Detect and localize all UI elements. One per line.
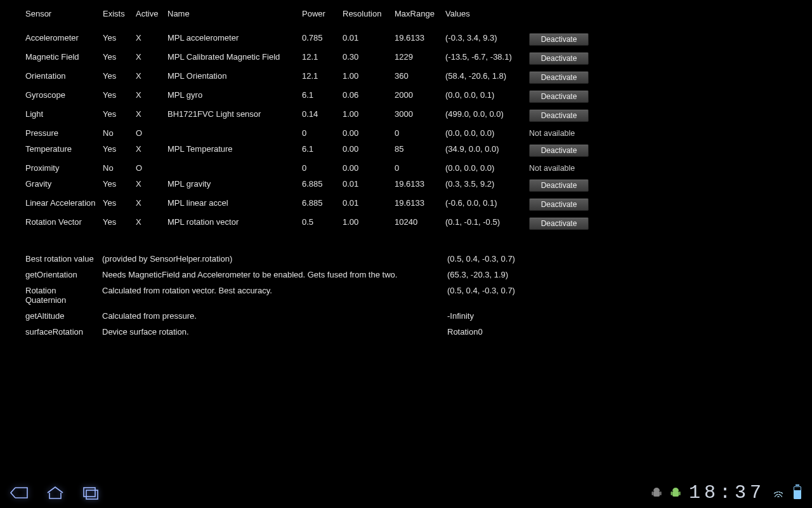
usb-debug-icon <box>651 487 662 498</box>
derived-description: Needs MagneticField and Accelerometer to… <box>102 267 447 283</box>
cell-exists: Yes <box>103 49 136 68</box>
header-values: Values <box>445 6 529 30</box>
derived-value: (65.3, -20.3, 1.9) <box>447 267 560 283</box>
cell-maxrange: 2000 <box>395 87 445 106</box>
header-maxrange: MaxRange <box>395 6 445 30</box>
battery-icon <box>792 487 803 498</box>
svg-rect-0 <box>84 488 95 497</box>
cell-power: 0 <box>302 125 343 141</box>
cell-resolution: 0.00 <box>343 141 395 160</box>
header-power: Power <box>302 6 343 30</box>
derived-value: Rotation0 <box>447 324 560 340</box>
not-available-label: Not available <box>529 164 575 173</box>
cell-sensor: Pressure <box>25 125 103 141</box>
cell-exists: No <box>103 125 136 141</box>
cell-name: BH1721FVC Light sensor <box>167 106 302 125</box>
cell-power: 0.5 <box>302 214 343 233</box>
cell-exists: Yes <box>103 176 136 195</box>
derived-description: Device surface rotation. <box>102 324 447 340</box>
cell-active: X <box>136 49 167 68</box>
svg-rect-3 <box>652 491 653 495</box>
cell-active: O <box>136 125 167 141</box>
cell-resolution: 0.06 <box>343 87 395 106</box>
derived-row: Best rotation value(provided by SensorHe… <box>25 251 560 267</box>
cell-maxrange: 1229 <box>395 49 445 68</box>
back-button[interactable] <box>9 485 30 501</box>
table-row: PressureNoO00.000(0.0, 0.0, 0.0)Not avai… <box>25 125 594 141</box>
cell-exists: Yes <box>103 195 136 214</box>
cell-maxrange: 3000 <box>395 106 445 125</box>
header-name: Name <box>167 6 302 30</box>
derived-row: Rotation QuaternionCalculated from rotat… <box>25 283 560 308</box>
derived-label: Rotation Quaternion <box>25 283 102 308</box>
cell-name: MPL gravity <box>167 176 302 195</box>
cell-exists: Yes <box>103 106 136 125</box>
cell-power: 12.1 <box>302 49 343 68</box>
cell-values: (0.0, 0.0, 0.0) <box>445 125 529 141</box>
cell-active: O <box>136 160 167 176</box>
cell-power: 6.885 <box>302 195 343 214</box>
table-row: GyroscopeYesXMPL gyro6.10.062000(0.0, 0.… <box>25 87 594 106</box>
cell-sensor: Rotation Vector <box>25 214 103 233</box>
status-clock[interactable]: 18:37 <box>689 482 765 504</box>
cell-name: MPL linear accel <box>167 195 302 214</box>
recent-apps-button[interactable] <box>80 485 102 501</box>
header-sensor: Sensor <box>25 6 103 30</box>
svg-rect-5 <box>672 491 679 497</box>
table-header-row: Sensor Exists Active Name Power Resoluti… <box>25 6 594 30</box>
cell-name: MPL Orientation <box>167 68 302 87</box>
deactivate-button[interactable]: Deactivate <box>529 179 589 192</box>
derived-table: Best rotation value(provided by SensorHe… <box>25 251 560 340</box>
cell-values: (0.1, -0.1, -0.5) <box>445 214 529 233</box>
cell-resolution: 0.30 <box>343 49 395 68</box>
sensor-table: Sensor Exists Active Name Power Resoluti… <box>25 6 594 233</box>
deactivate-button[interactable]: Deactivate <box>529 90 589 103</box>
deactivate-button[interactable]: Deactivate <box>529 109 589 122</box>
deactivate-button[interactable]: Deactivate <box>529 198 589 211</box>
header-resolution: Resolution <box>343 6 395 30</box>
derived-row: getOrientationNeeds MagneticField and Ac… <box>25 267 560 283</box>
cell-exists: Yes <box>103 68 136 87</box>
table-row: ProximityNoO00.000(0.0, 0.0, 0.0)Not ava… <box>25 160 594 176</box>
deactivate-button[interactable]: Deactivate <box>529 33 589 46</box>
cell-resolution: 1.00 <box>343 106 395 125</box>
deactivate-button[interactable]: Deactivate <box>529 71 589 84</box>
cell-sensor: Linear Acceleration <box>25 195 103 214</box>
cell-power: 0.14 <box>302 106 343 125</box>
cell-resolution: 0.01 <box>343 195 395 214</box>
cell-name: MPL accelerometer <box>167 30 302 49</box>
cell-maxrange: 0 <box>395 125 445 141</box>
cell-resolution: 1.00 <box>343 214 395 233</box>
deactivate-button[interactable]: Deactivate <box>529 52 589 65</box>
cell-maxrange: 19.6133 <box>395 30 445 49</box>
cell-active: X <box>136 30 167 49</box>
cell-maxrange: 360 <box>395 68 445 87</box>
derived-value: -Infinity <box>447 308 560 324</box>
cell-values: (-13.5, -6.7, -38.1) <box>445 49 529 68</box>
table-row: OrientationYesXMPL Orientation12.11.0036… <box>25 68 594 87</box>
header-active: Active <box>136 6 167 30</box>
cell-sensor: Magnetic Field <box>25 49 103 68</box>
deactivate-button[interactable]: Deactivate <box>529 144 589 157</box>
deactivate-button[interactable]: Deactivate <box>529 217 589 230</box>
cell-name: MPL rotation vector <box>167 214 302 233</box>
table-row: GravityYesXMPL gravity6.8850.0119.6133(0… <box>25 176 594 195</box>
derived-value: (0.5, 0.4, -0.3, 0.7) <box>447 283 560 308</box>
home-button[interactable] <box>44 485 66 501</box>
svg-rect-4 <box>660 491 661 495</box>
cell-values: (499.0, 0.0, 0.0) <box>445 106 529 125</box>
cell-values: (-0.3, 3.4, 9.3) <box>445 30 529 49</box>
system-bar: 18:37 <box>0 478 812 508</box>
cell-values: (0.3, 3.5, 9.2) <box>445 176 529 195</box>
android-icon <box>670 487 681 498</box>
derived-label: getOrientation <box>25 267 102 283</box>
cell-active: X <box>136 176 167 195</box>
derived-description: Calculated from pressure. <box>102 308 447 324</box>
cell-name: MPL Calibrated Magnetic Field <box>167 49 302 68</box>
cell-resolution: 0.00 <box>343 125 395 141</box>
cell-exists: Yes <box>103 214 136 233</box>
cell-power: 12.1 <box>302 68 343 87</box>
cell-active: X <box>136 106 167 125</box>
cell-sensor: Proximity <box>25 160 103 176</box>
cell-values: (34.9, 0.0, 0.0) <box>445 141 529 160</box>
